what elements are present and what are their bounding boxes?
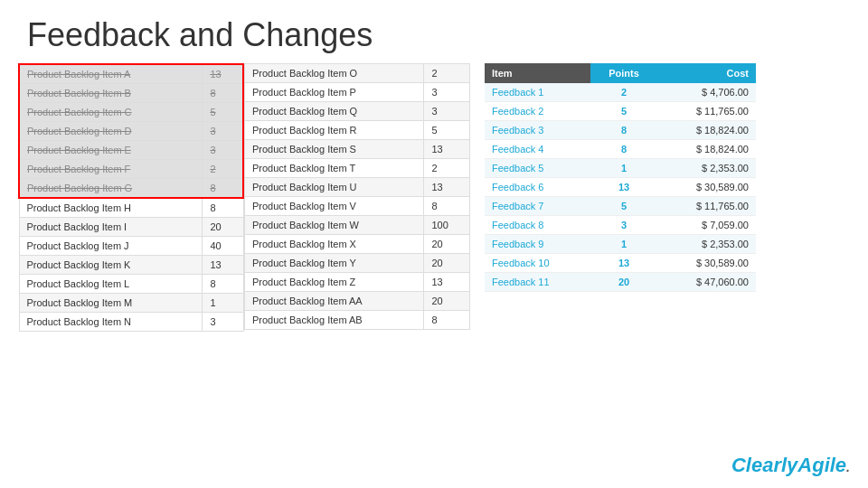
backlog-item-points: 20 — [424, 292, 470, 311]
feedback-item: Feedback 7 — [485, 197, 590, 216]
feedback-item: Feedback 8 — [485, 216, 590, 235]
backlog-item-points: 13 — [424, 273, 470, 292]
feedback-points-header: Points — [590, 63, 656, 83]
feedback-item-header: Item — [485, 63, 590, 83]
logo-agile: Agile — [797, 454, 846, 476]
backlog-item-name: Product Backlog Item W — [245, 216, 424, 235]
backlog-left-row: Product Backlog Item I20 — [19, 218, 243, 237]
feedback-cost: $ 11,765.00 — [657, 102, 756, 121]
feedback-points: 1 — [590, 159, 656, 178]
feedback-points: 8 — [590, 140, 656, 159]
feedback-points: 3 — [590, 216, 656, 235]
feedback-points: 8 — [590, 121, 656, 140]
feedback-row: Feedback 75$ 11,765.00 — [485, 197, 756, 216]
feedback-row: Feedback 25$ 11,765.00 — [485, 102, 756, 121]
backlog-item-name: Product Backlog Item H — [19, 198, 203, 218]
feedback-item: Feedback 5 — [485, 159, 590, 178]
backlog-right-row: Product Backlog Item S13 — [245, 140, 470, 159]
backlog-right-row: Product Backlog Item U13 — [245, 178, 470, 197]
backlog-right-row: Product Backlog Item V8 — [245, 197, 470, 216]
backlog-right-row: Product Backlog Item AA20 — [245, 292, 470, 311]
feedback-row: Feedback 83$ 7,059.00 — [485, 216, 756, 235]
feedback-points: 5 — [590, 102, 656, 121]
feedback-item: Feedback 9 — [485, 235, 590, 254]
feedback-cost: $ 4,706.00 — [657, 83, 756, 102]
backlog-right-row: Product Backlog Item R5 — [245, 121, 470, 140]
feedback-item: Feedback 3 — [485, 121, 590, 140]
feedback-row: Feedback 613$ 30,589.00 — [485, 178, 756, 197]
backlog-right-row: Product Backlog Item W100 — [245, 216, 470, 235]
backlog-item-points: 3 — [203, 141, 243, 160]
feedback-points: 13 — [590, 254, 656, 273]
backlog-left-row: Product Backlog Item C5 — [19, 103, 243, 122]
backlog-item-name: Product Backlog Item Q — [245, 102, 424, 121]
backlog-item-name: Product Backlog Item B — [19, 84, 203, 103]
backlog-item-name: Product Backlog Item AA — [245, 292, 424, 311]
backlog-item-points: 13 — [203, 64, 243, 84]
backlog-item-name: Product Backlog Item L — [19, 275, 203, 294]
backlog-right-row: Product Backlog Item P3 — [245, 83, 470, 102]
backlog-item-points: 3 — [424, 83, 470, 102]
backlog-item-name: Product Backlog Item X — [245, 235, 424, 254]
logo-dot: . — [846, 460, 850, 474]
feedback-item: Feedback 11 — [485, 273, 590, 292]
feedback-cost: $ 11,765.00 — [657, 197, 756, 216]
backlog-item-points: 8 — [203, 198, 243, 218]
feedback-item: Feedback 10 — [485, 254, 590, 273]
feedback-points: 2 — [590, 83, 656, 102]
backlog-item-points: 2 — [424, 159, 470, 178]
backlog-item-name: Product Backlog Item J — [19, 237, 203, 256]
backlog-item-name: Product Backlog Item N — [19, 313, 203, 332]
backlog-right-row: Product Backlog Item X20 — [245, 235, 470, 254]
content-area: Product Backlog Item A13Product Backlog … — [0, 63, 868, 332]
feedback-table: Item Points Cost Feedback 12$ 4,706.00Fe… — [485, 63, 756, 332]
feedback-row: Feedback 91$ 2,353.00 — [485, 235, 756, 254]
backlog-item-name: Product Backlog Item F — [19, 160, 203, 179]
feedback-item: Feedback 2 — [485, 102, 590, 121]
backlog-right-row: Product Backlog Item Q3 — [245, 102, 470, 121]
backlog-right-row: Product Backlog Item O2 — [245, 64, 470, 83]
backlog-item-name: Product Backlog Item V — [245, 197, 424, 216]
backlog-item-points: 1 — [203, 294, 243, 313]
backlog-left-row: Product Backlog Item A13 — [19, 64, 243, 84]
feedback-item: Feedback 1 — [485, 83, 590, 102]
backlog-left-row: Product Backlog Item H8 — [19, 198, 243, 218]
backlog-item-points: 3 — [424, 102, 470, 121]
feedback-cost: $ 2,353.00 — [657, 159, 756, 178]
backlog-item-name: Product Backlog Item A — [19, 64, 203, 84]
backlog-right-row: Product Backlog Item AB8 — [245, 311, 470, 330]
backlog-item-points: 8 — [424, 197, 470, 216]
backlog-item-points: 3 — [203, 313, 243, 332]
logo-clearly: Clearly — [731, 454, 797, 476]
backlog-item-points: 5 — [203, 103, 243, 122]
feedback-cost: $ 2,353.00 — [657, 235, 756, 254]
backlog-left-col: Product Backlog Item A13Product Backlog … — [18, 63, 244, 332]
backlog-item-name: Product Backlog Item D — [19, 122, 203, 141]
backlog-item-points: 8 — [203, 84, 243, 103]
backlog-item-name: Product Backlog Item Y — [245, 254, 424, 273]
backlog-item-points: 100 — [424, 216, 470, 235]
backlog-item-name: Product Backlog Item O — [245, 64, 424, 83]
backlog-left-row: Product Backlog Item M1 — [19, 294, 243, 313]
feedback-cost: $ 18,824.00 — [657, 121, 756, 140]
backlog-item-points: 3 — [203, 122, 243, 141]
backlog-item-points: 2 — [203, 160, 243, 179]
backlog-right-col: Product Backlog Item O2Product Backlog I… — [244, 63, 470, 332]
backlog-item-points: 8 — [424, 311, 470, 330]
backlog-item-points: 13 — [203, 256, 243, 275]
backlog-left-row: Product Backlog Item N3 — [19, 313, 243, 332]
backlog-item-points: 20 — [424, 254, 470, 273]
feedback-row: Feedback 12$ 4,706.00 — [485, 83, 756, 102]
backlog-item-name: Product Backlog Item U — [245, 178, 424, 197]
backlog-item-points: 8 — [203, 275, 243, 294]
feedback-row: Feedback 1013$ 30,589.00 — [485, 254, 756, 273]
backlog-left-row: Product Backlog Item F2 — [19, 160, 243, 179]
backlog-left-row: Product Backlog Item J40 — [19, 237, 243, 256]
feedback-points: 20 — [590, 273, 656, 292]
feedback-cost-header: Cost — [657, 63, 756, 83]
feedback-item: Feedback 6 — [485, 178, 590, 197]
backlog-item-points: 20 — [424, 235, 470, 254]
backlog-left-row: Product Backlog Item B8 — [19, 84, 243, 103]
backlog-item-points: 13 — [424, 178, 470, 197]
backlog-item-name: Product Backlog Item R — [245, 121, 424, 140]
